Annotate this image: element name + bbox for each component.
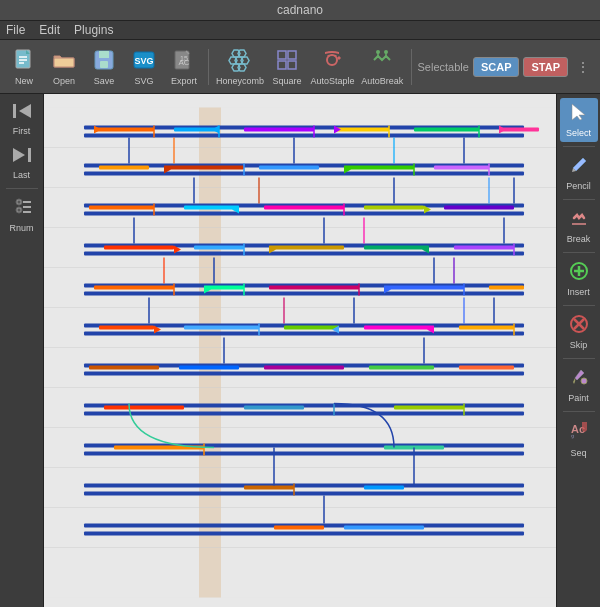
honeycomb-icon	[226, 48, 254, 75]
pencil-label: Pencil	[566, 181, 591, 191]
honeycomb-label: Honeycomb	[216, 76, 264, 86]
svg-rect-53	[84, 134, 524, 138]
svg-rect-74	[344, 166, 414, 170]
break-label: Break	[567, 234, 591, 244]
more-button[interactable]: ⋮	[572, 57, 594, 77]
export-button[interactable]: AC15 Export	[166, 46, 202, 88]
svg-rect-97	[364, 246, 429, 250]
new-label: New	[15, 76, 33, 86]
break-icon	[569, 208, 589, 233]
main-area: First Last Rnum	[0, 94, 600, 607]
seq-label: Seq	[570, 448, 586, 458]
svg-rect-120	[184, 326, 259, 330]
select-button[interactable]: Select	[560, 98, 598, 142]
svg-rect-137	[84, 412, 524, 416]
svg-rect-123	[459, 326, 514, 330]
left-separator	[6, 188, 38, 189]
first-label: First	[13, 126, 31, 136]
first-button[interactable]: First	[3, 98, 41, 140]
skip-label: Skip	[570, 340, 588, 350]
svg-rect-23	[288, 61, 296, 69]
seq-button[interactable]: Ac ᵍ Seq	[560, 416, 598, 462]
honeycomb-button[interactable]: Honeycomb	[215, 46, 265, 88]
right-separator-5	[563, 358, 595, 359]
canvas-area[interactable]	[44, 94, 556, 607]
last-button[interactable]: Last	[3, 142, 41, 184]
menu-file[interactable]: File	[6, 23, 25, 37]
paint-button[interactable]: Paint	[560, 363, 598, 407]
skip-button[interactable]: Skip	[560, 310, 598, 354]
svg-label: SVG	[134, 76, 153, 86]
selectable-label: Selectable	[418, 61, 469, 73]
svg-rect-98	[454, 246, 514, 250]
title-bar: cadnano	[0, 0, 600, 21]
svg-rect-130	[84, 372, 524, 376]
svg-rect-105	[84, 292, 524, 296]
break-button[interactable]: Break	[560, 204, 598, 248]
svg-rect-85	[264, 206, 344, 210]
svg-rect-155	[274, 526, 324, 530]
autobreak-icon	[370, 48, 394, 75]
export-label: Export	[171, 76, 197, 86]
save-button[interactable]: Save	[86, 46, 122, 88]
new-button[interactable]: New	[6, 46, 42, 88]
toolbar-separator-1	[208, 49, 209, 85]
right-separator-6	[563, 411, 595, 412]
svg-rect-150	[244, 486, 294, 490]
rnum-button[interactable]: Rnum	[3, 193, 41, 237]
menu-plugins[interactable]: Plugins	[74, 23, 113, 37]
dna-canvas[interactable]	[44, 94, 556, 607]
svg-rect-109	[384, 286, 464, 290]
last-label: Last	[13, 170, 30, 180]
svg-rect-108	[269, 286, 359, 290]
autobreak-button[interactable]: AutoBreak	[360, 46, 405, 88]
svg-marker-183	[572, 104, 585, 120]
insert-button[interactable]: Insert	[560, 257, 598, 301]
svg-rect-122	[364, 326, 434, 330]
open-label: Open	[53, 76, 75, 86]
svg-rect-72	[164, 166, 244, 170]
square-button[interactable]: Square	[269, 46, 305, 88]
new-icon	[12, 48, 36, 75]
left-toolbar: First Last Rnum	[0, 94, 44, 607]
selectable-area: Selectable SCAP STAP ⋮	[418, 57, 594, 77]
autostaple-icon	[320, 48, 344, 75]
paint-label: Paint	[568, 393, 589, 403]
right-separator-3	[563, 252, 595, 253]
svg-rect-6	[99, 51, 109, 58]
svg-rect-83	[89, 206, 154, 210]
scap-button[interactable]: SCAP	[473, 57, 520, 77]
svg-rect-107	[204, 286, 244, 290]
svg-rect-133	[264, 366, 344, 370]
svg-rect-82	[84, 212, 524, 216]
svg-button[interactable]: SVG SVG	[126, 46, 162, 88]
insert-label: Insert	[567, 287, 590, 297]
rnum-icon	[11, 197, 33, 222]
svg-rect-156	[344, 526, 424, 530]
skip-icon	[569, 314, 589, 339]
last-icon	[11, 146, 33, 169]
svg-rect-54	[94, 128, 154, 132]
svg-rect-70	[84, 172, 524, 176]
svg-rect-134	[369, 366, 434, 370]
svg-rect-148	[84, 484, 524, 488]
svg-point-33	[17, 201, 20, 204]
menu-edit[interactable]: Edit	[39, 23, 60, 37]
svg-rect-28	[13, 104, 16, 118]
svg-rect-132	[179, 366, 239, 370]
right-separator-2	[563, 199, 595, 200]
svg-rect-75	[434, 166, 489, 170]
pencil-button[interactable]: Pencil	[560, 151, 598, 195]
save-label: Save	[94, 76, 115, 86]
right-separator-1	[563, 146, 595, 147]
open-button[interactable]: Open	[46, 46, 82, 88]
svg-rect-21	[288, 51, 296, 59]
svg-rect-144	[84, 452, 524, 456]
stap-button[interactable]: STAP	[523, 57, 568, 77]
insert-icon	[569, 261, 589, 286]
svg-rect-56	[244, 128, 314, 132]
toolbar: New Open Save SVG SVG AC15 Export	[0, 40, 600, 94]
save-icon	[92, 48, 116, 75]
autostaple-button[interactable]: AutoStaple	[309, 46, 356, 88]
select-label: Select	[566, 128, 591, 138]
